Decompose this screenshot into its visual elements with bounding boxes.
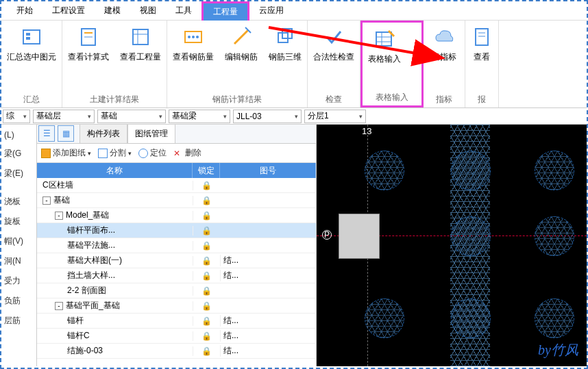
left-item[interactable]: 帽(V) [1,231,36,251]
pile-circle [451,151,491,190]
ribbon: 汇总选中图元 汇总 查看计算式 查看工程量 土建计算结果 查看钢筋量 [1,21,587,108]
left-item[interactable]: 旋板 [1,212,36,231]
tab-drawing-mgmt[interactable]: 图纸管理 [127,124,175,143]
col-no-header: 图号 [220,163,316,178]
tree-row-name: 基础平面_基础 [66,300,120,311]
delete-button[interactable]: ✕删除 [173,147,201,159]
viewport[interactable]: 13 P by竹风 [317,125,587,366]
tab-quantity[interactable]: 工程量 [201,1,249,21]
left-category-strip: (L) 梁(G 梁(E) 浇板 旋板 帽(V) 洞(N 受力 负筋 层筋 [1,125,37,366]
pile-circle [365,298,404,338]
left-item[interactable]: 洞(N [1,251,36,271]
left-item[interactable]: 梁(G [1,144,36,164]
chevron-down-icon: ▾ [23,113,27,120]
filter-layer[interactable]: 分层1▾ [304,110,366,123]
view-report-button[interactable]: 查看 [465,21,498,92]
tree-row[interactable]: 挡土墙大样...🔒结... [37,268,316,283]
left-item[interactable]: (L) [1,126,36,144]
tree-row[interactable]: 基础大样图(一)🔒结... [37,253,316,268]
left-item[interactable]: 梁(E) [1,164,36,183]
lock-icon: 🔒 [193,241,220,251]
tree-row[interactable]: -基础平面_基础🔒 [37,298,316,314]
pile-circle [365,151,404,190]
chevron-down-icon: ▾ [359,113,363,120]
validity-check-button[interactable]: 合法性检查 [308,21,360,92]
chevron-down-icon: ▾ [88,150,91,157]
tree-toggle[interactable]: - [55,212,63,220]
view-report-label: 查看 [474,52,490,63]
lock-icon: 🔒 [193,316,220,326]
tree-row-name: 锚杆C [67,330,90,342]
view-formula-button[interactable]: 查看计算式 [62,21,114,92]
add-drawing-button[interactable]: 添加图纸▾ [41,147,91,159]
filter-type[interactable]: 基础梁▾ [169,110,230,123]
tree-row[interactable]: C区柱墙🔒 [37,178,316,193]
tree-row-no: 结... [220,270,316,281]
pile-circle [451,298,491,338]
filter-component[interactable]: JLL-03▾ [233,110,302,123]
group-report: 查看 报 [465,21,499,107]
lock-icon: 🔒 [193,271,220,281]
tab-tools[interactable]: 工具 [166,2,201,19]
tree-row[interactable]: 结施-0-03🔒结... [37,344,316,359]
svg-point-11 [192,36,195,38]
tree-row[interactable]: -基础🔒 [37,193,316,208]
tab-view[interactable]: 视图 [130,2,166,19]
group-check-title: 检查 [308,92,360,107]
validity-check-label: 合法性检查 [313,52,354,63]
left-item[interactable]: 浇板 [1,192,36,212]
filter-category[interactable]: 基础▾ [97,110,166,123]
mid-toolbar: 添加图纸▾ 分割▾ 定位 ✕删除 [37,144,316,163]
tree-row[interactable]: 锚杆🔒结... [37,314,316,329]
locate-button[interactable]: 定位 [138,147,167,159]
tree-row[interactable]: 锚杆平面布...🔒 [37,223,316,238]
tab-cloud[interactable]: 云应用 [249,2,293,19]
group-table-input: 表格输入 表格输入 [360,21,424,107]
cloud-icon [433,26,455,48]
lock-icon: 🔒 [193,226,220,236]
rebar-3d-icon [274,26,296,48]
report-icon [471,26,493,48]
drawing-tree[interactable]: C区柱墙🔒-基础🔒-Model_基础🔒锚杆平面布...🔒基础平法施...🔒基础大… [37,178,316,366]
filter-floor[interactable]: 基础层▾ [33,110,95,123]
edit-rebar-button[interactable]: 编辑钢筋 [219,21,263,92]
panel-toggle-1[interactable]: ☰ [38,125,55,142]
rebar-3d-label: 钢筋三维 [269,52,302,63]
col-name-header: 名称 [37,163,193,178]
tree-row[interactable]: 锚杆C🔒结... [37,329,316,344]
lock-icon: 🔒 [193,301,220,311]
group-check: 合法性检查 检查 [308,21,360,107]
rebar-3d-button[interactable]: 钢筋三维 [263,21,307,92]
view-qty-button[interactable]: 查看工程量 [114,21,167,92]
left-item[interactable]: 负筋 [1,291,36,311]
rebar-qty-button[interactable]: 查看钢筋量 [167,21,219,92]
cloud-index-button[interactable]: 云指标 [424,21,465,92]
tree-row-no: 结... [220,330,316,342]
tree-row-no: 结... [220,345,316,357]
svg-rect-15 [376,32,391,46]
tree-row-no: 结... [220,315,316,327]
table-input-button[interactable]: 表格输入 [363,23,406,90]
tab-start[interactable]: 开始 [7,2,42,19]
block-element [339,214,380,259]
table-input-icon [373,28,395,50]
edit-rebar-label: 编辑钢筋 [225,52,258,63]
tab-model[interactable]: 建模 [95,2,130,19]
tree-row[interactable]: 2-2 剖面图🔒 [37,283,316,298]
tab-settings[interactable]: 工程设置 [42,2,95,19]
panel-toggle-2[interactable]: ▦ [58,125,74,142]
split-button[interactable]: 分割▾ [98,147,132,159]
group-civil: 查看计算式 查看工程量 土建计算结果 [62,21,167,107]
filter-0[interactable]: 综▾ [3,110,30,123]
svg-rect-2 [26,37,30,40]
tree-toggle[interactable]: - [55,302,63,310]
group-summary: 汇总选中图元 汇总 [1,21,62,107]
left-item[interactable]: 受力 [1,271,36,291]
delete-icon: ✕ [173,149,183,158]
tree-row[interactable]: 基础平法施...🔒 [37,238,316,253]
sum-selected-button[interactable]: 汇总选中图元 [1,21,62,92]
tree-row[interactable]: -Model_基础🔒 [37,208,316,223]
tree-toggle[interactable]: - [42,196,51,205]
tab-component-list[interactable]: 构件列表 [79,124,127,143]
left-item[interactable]: 层筋 [1,311,36,331]
